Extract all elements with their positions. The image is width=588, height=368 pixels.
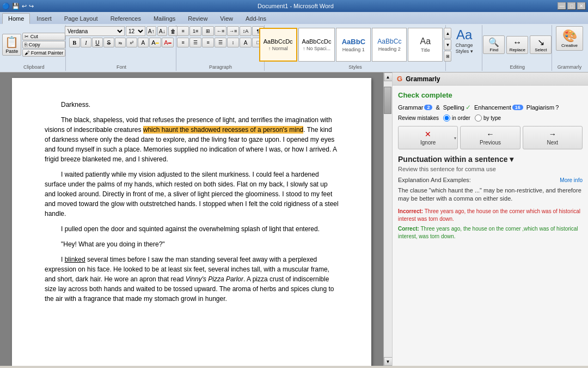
next-label: Next	[547, 140, 559, 146]
enhancement-tab[interactable]: Enhancement 16	[474, 104, 523, 111]
select-label: Select	[535, 47, 547, 52]
explanation-text: The clause "which haunt the ..." may be …	[398, 186, 583, 203]
shrink-font-button[interactable]: A↓	[157, 26, 167, 36]
document-page[interactable]: Darkness. The black, shapeless, void tha…	[12, 78, 371, 366]
by-type-radio[interactable]: by type	[475, 114, 501, 122]
align-right-button[interactable]: ≡	[202, 38, 214, 47]
scroll-up-button[interactable]: ▲	[384, 73, 393, 81]
grammarly-ribbon-button[interactable]: 🎨 Creative	[556, 26, 583, 51]
quick-access-undo[interactable]: ↩	[22, 3, 27, 10]
superscript-button[interactable]: x²	[126, 38, 137, 47]
style-heading1[interactable]: AaBbC Heading 1	[336, 28, 371, 62]
tab-references[interactable]: References	[105, 13, 147, 24]
styles-boxes: AaBbCcDc ↑ Normal AaBbCcDc ↑ No Spaci...…	[259, 28, 443, 62]
style-normal[interactable]: AaBbCcDc ↑ Normal	[259, 28, 297, 62]
minimize-button[interactable]: —	[558, 2, 566, 10]
sort-button[interactable]: ↕A	[240, 26, 252, 36]
ignore-button[interactable]: ✕ Ignore ▾	[398, 126, 458, 149]
tab-view[interactable]: View	[214, 13, 239, 24]
correct-example: Correct: Three years ago, the house on t…	[398, 225, 583, 240]
replace-button[interactable]: ↔ Replace	[506, 36, 528, 54]
fill-color-button[interactable]: A	[240, 38, 252, 47]
align-left-button[interactable]: ≡	[177, 38, 189, 47]
more-info-link[interactable]: More info	[560, 177, 583, 183]
previous-label: Previous	[480, 140, 501, 146]
font-format-row: B I U S x₂ x² A A▬ A▬	[69, 38, 174, 47]
subscript-button[interactable]: x₂	[115, 38, 126, 47]
previous-button[interactable]: ← Previous	[460, 126, 520, 149]
in-order-radio[interactable]: in order	[443, 114, 470, 122]
grammar-tab[interactable]: Grammar 2	[398, 104, 432, 111]
underlined-word: blinked	[65, 256, 85, 263]
scroll-down-button[interactable]: ▼	[384, 357, 393, 366]
scroll-track[interactable]	[384, 81, 392, 357]
paragraph-hey: "Hey! What are you doing in there?"	[45, 239, 339, 249]
enhancement-label: Enhancement	[474, 104, 511, 111]
maximize-button[interactable]: □	[567, 2, 576, 10]
multilevel-list-button[interactable]: ⊞	[202, 26, 214, 36]
explanation-label: Explanation And Examples:	[398, 177, 471, 183]
style-title[interactable]: Aa Title	[408, 28, 443, 62]
tab-mailings[interactable]: Mailings	[148, 13, 181, 24]
tab-page-layout[interactable]: Page Layout	[58, 13, 104, 24]
explanation-row: Explanation And Examples: More info	[398, 177, 583, 183]
line-spacing-button[interactable]: ↕	[227, 38, 239, 47]
editing-content: 🔍 Find ↔ Replace ↘ Select	[483, 26, 552, 63]
change-styles-button[interactable]: Aa ChangeStyles ▾	[449, 26, 479, 56]
grow-font-button[interactable]: A↑	[146, 26, 156, 36]
clipboard-group: 📋 Paste ✂ Cut ⎘ Copy 🖌 Format Painter Cl…	[2, 25, 66, 71]
next-button[interactable]: → Next	[523, 126, 583, 149]
font-color-button[interactable]: A▬	[162, 38, 174, 47]
font-size-select[interactable]: 12	[126, 26, 145, 36]
quick-access-save[interactable]: 💾	[12, 3, 20, 10]
plagiarism-tab[interactable]: Plagiarism ?	[526, 104, 559, 111]
paste-button[interactable]: 📋 Paste	[2, 34, 21, 56]
document-scrollbar[interactable]: ▲ ▼	[383, 73, 392, 366]
grammar-count-badge: 2	[424, 105, 432, 110]
style-no-spacing[interactable]: AaBbCcDc ↑ No Spaci...	[298, 28, 335, 62]
copy-button[interactable]: ⎘ Copy	[22, 41, 65, 49]
italic-text: Vinny's Pizza Parlor	[186, 275, 243, 283]
tab-insert[interactable]: Insert	[30, 13, 58, 24]
cut-button[interactable]: ✂ Cut	[22, 33, 65, 40]
tab-review[interactable]: Review	[182, 13, 213, 24]
tab-add-ins[interactable]: Add-Ins	[240, 13, 272, 24]
bullets-button[interactable]: ≡	[177, 26, 189, 36]
underline-button[interactable]: U	[92, 38, 103, 47]
numbered-list-button[interactable]: 1≡	[189, 26, 201, 36]
scroll-thumb[interactable]	[384, 87, 391, 114]
grammarly-sidebar-title: Grammarly	[406, 75, 440, 83]
spelling-tab[interactable]: Spelling ✓	[443, 104, 471, 111]
format-painter-button[interactable]: 🖌 Format Painter	[22, 49, 65, 57]
find-button[interactable]: 🔍 Find	[483, 35, 505, 54]
ribbon: Home Insert Page Layout References Maili…	[0, 12, 588, 73]
italic-button[interactable]: I	[81, 38, 91, 47]
quick-access-redo[interactable]: ↪	[29, 3, 34, 10]
strikethrough-button[interactable]: S	[103, 38, 114, 47]
issue-title: Punctuation within a sentence ▾	[398, 155, 583, 164]
clipboard-label: Clipboard	[23, 63, 45, 70]
highlight-color-button[interactable]: A▬	[149, 38, 161, 47]
select-button[interactable]: ↘ Select	[530, 35, 552, 54]
style-heading2[interactable]: AaBbCc Heading 2	[372, 28, 407, 62]
bold-button[interactable]: B	[69, 38, 80, 47]
plagiarism-label: Plagiarism	[526, 104, 554, 111]
grammarly-ribbon-group: 🎨 Creative Grammarly	[553, 25, 586, 71]
decrease-indent-button[interactable]: ←≡	[215, 26, 226, 36]
style-heading1-preview: AaBbC	[342, 38, 365, 46]
in-order-label: in order	[452, 115, 470, 121]
in-order-radio-input[interactable]	[443, 114, 450, 122]
style-normal-preview: AaBbCcDc	[264, 38, 293, 45]
by-type-radio-input[interactable]	[475, 114, 482, 122]
replace-label: Replace	[510, 47, 525, 52]
increase-indent-button[interactable]: →≡	[227, 26, 239, 36]
close-button[interactable]: ✕	[577, 2, 586, 10]
incorrect-label: Incorrect:	[398, 208, 425, 214]
ignore-dropdown-icon: ▾	[454, 135, 456, 140]
issue-title-dropdown[interactable]: ▾	[510, 155, 513, 164]
font-family-select[interactable]: Verdana	[65, 26, 125, 36]
align-center-button[interactable]: ☰	[189, 38, 201, 47]
justify-button[interactable]: ☰	[215, 38, 226, 47]
tab-home[interactable]: Home	[2, 13, 30, 24]
text-effects-button[interactable]: A	[138, 38, 149, 47]
